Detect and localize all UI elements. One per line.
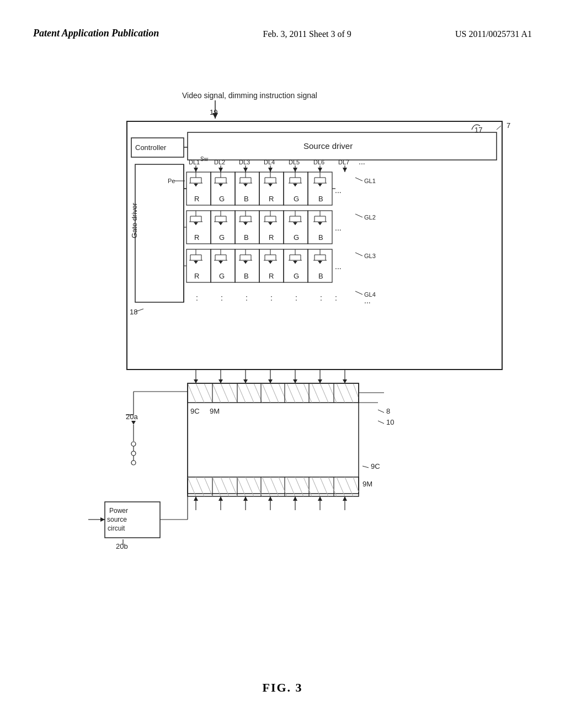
svg-line-251 — [246, 383, 254, 403]
svg-text:17: 17 — [475, 126, 482, 134]
svg-text:Controller: Controller — [135, 143, 167, 152]
svg-point-281 — [131, 461, 136, 465]
svg-point-280 — [131, 451, 136, 456]
svg-text:B: B — [244, 272, 249, 280]
svg-marker-236 — [268, 379, 273, 383]
svg-text::: : — [335, 293, 337, 302]
svg-marker-26 — [243, 168, 248, 172]
svg-text:GL2: GL2 — [364, 214, 376, 221]
svg-marker-19 — [194, 168, 198, 172]
svg-line-245 — [196, 383, 204, 403]
svg-text:G: G — [294, 195, 299, 203]
publication-title: Patent Application Publication — [33, 28, 159, 39]
svg-line-6 — [497, 126, 501, 130]
svg-marker-142 — [268, 222, 273, 225]
figure-caption: FIG. 3 — [262, 681, 302, 695]
svg-line-254 — [270, 383, 279, 403]
svg-point-279 — [131, 442, 136, 446]
svg-line-247 — [212, 383, 221, 403]
svg-line-244 — [188, 383, 196, 403]
svg-text::: : — [221, 293, 223, 302]
svg-text:R: R — [194, 272, 199, 280]
svg-text:R: R — [269, 233, 274, 242]
svg-text::: : — [270, 293, 273, 302]
svg-text:G: G — [294, 272, 299, 280]
svg-text:...: ... — [335, 262, 342, 271]
svg-text:R: R — [269, 195, 274, 203]
svg-marker-232 — [218, 379, 223, 383]
svg-marker-160 — [318, 222, 322, 225]
patent-number: US 2011/0025731 A1 — [455, 29, 532, 39]
svg-text:DL6: DL6 — [313, 159, 324, 165]
main-diagram: Video signal, dimming instruction signal… — [33, 83, 530, 667]
svg-text:circuit: circuit — [108, 524, 125, 532]
svg-text:Power: Power — [109, 507, 128, 515]
svg-text:9M: 9M — [210, 407, 220, 415]
svg-marker-29 — [268, 168, 273, 172]
svg-marker-331 — [293, 496, 297, 501]
svg-marker-35 — [318, 168, 322, 172]
svg-marker-240 — [318, 379, 322, 383]
svg-text:Sw: Sw — [200, 156, 209, 162]
svg-marker-333 — [318, 496, 322, 501]
svg-marker-242 — [343, 379, 347, 383]
svg-text:Pe: Pe — [168, 178, 175, 184]
svg-marker-103 — [318, 184, 322, 186]
svg-line-246 — [204, 383, 212, 403]
header: Patent Application Publication Feb. 3, 2… — [0, 28, 565, 39]
svg-text:...: ... — [335, 186, 342, 195]
svg-line-45 — [355, 253, 363, 256]
svg-line-292 — [363, 466, 369, 468]
svg-text:R: R — [194, 233, 199, 242]
svg-text:20a: 20a — [126, 413, 138, 421]
svg-text:DL2: DL2 — [214, 159, 225, 165]
svg-text:B: B — [318, 272, 323, 280]
svg-line-257 — [295, 383, 303, 403]
svg-marker-327 — [243, 496, 248, 501]
svg-line-258 — [303, 383, 312, 403]
svg-text:G: G — [294, 233, 299, 242]
svg-marker-325 — [218, 496, 223, 501]
svg-marker-151 — [293, 222, 297, 225]
svg-marker-67 — [218, 184, 223, 186]
svg-marker-329 — [268, 496, 273, 501]
svg-text:10: 10 — [386, 418, 394, 426]
svg-text:20b: 20b — [116, 542, 128, 550]
svg-text:R: R — [269, 272, 274, 280]
svg-line-43 — [355, 214, 363, 217]
svg-text:Gate driver: Gate driver — [130, 202, 138, 238]
svg-marker-23 — [218, 168, 223, 172]
svg-text:7: 7 — [507, 121, 510, 130]
svg-text:DL1: DL1 — [189, 159, 200, 165]
svg-rect-13 — [135, 164, 184, 302]
svg-text::: : — [320, 293, 322, 302]
svg-text:G: G — [219, 272, 225, 280]
svg-text:...: ... — [364, 296, 371, 305]
svg-text:B: B — [318, 233, 323, 242]
svg-marker-179 — [218, 261, 223, 264]
page: Patent Application Publication Feb. 3, 2… — [0, 0, 565, 728]
svg-text:Video signal, dimming instruct: Video signal, dimming instruction signal — [182, 91, 317, 100]
svg-line-256 — [287, 383, 295, 403]
svg-marker-115 — [194, 222, 198, 225]
svg-text:Source driver: Source driver — [303, 141, 353, 151]
svg-line-320 — [353, 477, 359, 492]
svg-marker-133 — [243, 222, 248, 225]
svg-text:DL7: DL7 — [338, 159, 349, 165]
svg-line-260 — [320, 383, 328, 403]
svg-marker-94 — [293, 184, 297, 186]
svg-line-47 — [355, 291, 363, 295]
svg-text:B: B — [318, 195, 323, 203]
svg-text:19: 19 — [210, 108, 217, 116]
svg-marker-197 — [268, 261, 273, 264]
svg-text:18: 18 — [130, 308, 137, 316]
svg-marker-38 — [343, 168, 347, 172]
svg-marker-85 — [268, 184, 273, 186]
svg-marker-323 — [194, 496, 198, 501]
svg-text:DL5: DL5 — [289, 159, 300, 165]
svg-text:G: G — [219, 233, 225, 242]
svg-text::: : — [295, 293, 297, 302]
svg-text:B: B — [244, 233, 249, 242]
svg-line-250 — [237, 383, 246, 403]
svg-line-262 — [337, 383, 345, 403]
